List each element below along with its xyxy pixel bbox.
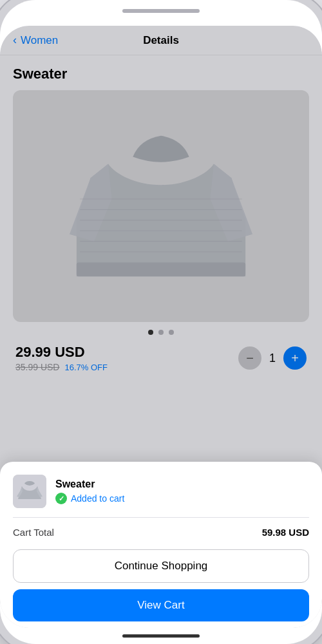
added-to-cart-row: ✓ Added to cart xyxy=(55,493,124,504)
cart-item-info: Sweater ✓ Added to cart xyxy=(55,478,124,504)
check-circle-icon: ✓ xyxy=(55,493,67,504)
cart-total-row: Cart Total 59.98 USD xyxy=(13,527,309,538)
cart-total-value: 59.98 USD xyxy=(262,527,309,538)
cart-total-label: Cart Total xyxy=(13,527,54,538)
cart-item-thumbnail xyxy=(13,475,46,508)
cart-item-name: Sweater xyxy=(55,478,124,490)
added-to-cart-text: Added to cart xyxy=(71,493,124,504)
cart-item-row: Sweater ✓ Added to cart xyxy=(13,475,309,508)
screen: ‹ Women Details Sweater xyxy=(0,26,322,628)
phone-frame: ‹ Women Details Sweater xyxy=(0,0,322,644)
continue-shopping-button[interactable]: Continue Shopping xyxy=(13,549,309,583)
view-cart-button[interactable]: View Cart xyxy=(13,589,309,621)
phone-notch xyxy=(122,9,200,13)
cart-thumbnail-image xyxy=(13,475,46,508)
home-indicator xyxy=(122,634,200,638)
divider xyxy=(13,517,309,518)
cart-popup: Sweater ✓ Added to cart Cart Total 59.98… xyxy=(0,462,322,628)
